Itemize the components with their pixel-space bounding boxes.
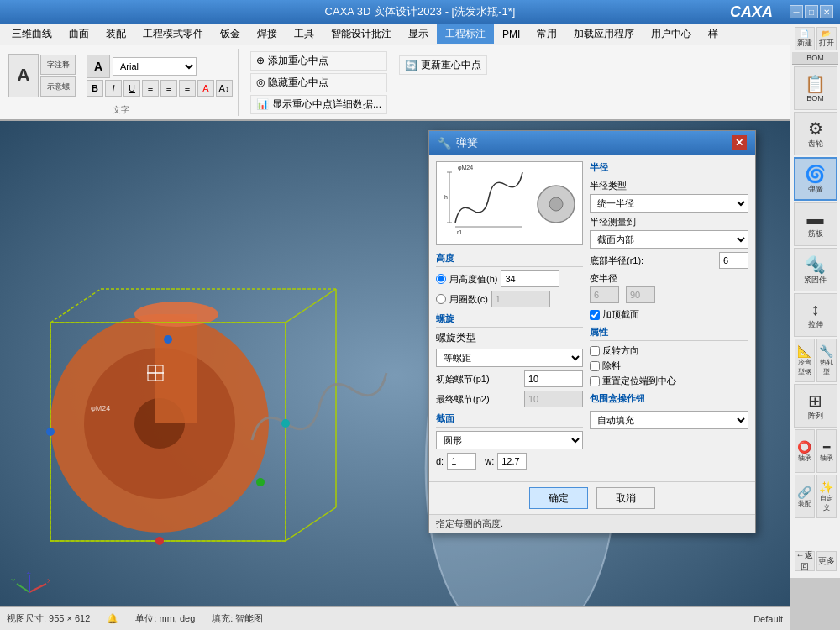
assembly-custom-row: 🔗 装配 ✨ 自定义 [795, 475, 837, 518]
hot-roll-button[interactable]: 🔧 热轧型 [816, 339, 837, 382]
assemble-icon: 🔗 [797, 486, 811, 499]
use-coils-radio[interactable] [436, 294, 446, 304]
new-button[interactable]: 📄新建 [795, 27, 815, 50]
use-height-radio[interactable] [436, 274, 446, 284]
use-height-row: 用高度值(h) [436, 270, 583, 287]
confirm-button[interactable]: 确定 [529, 487, 588, 509]
dialog-right-panel: 半径 半径类型 统一半径 变半径 半径测量到 截面内部 截面外部 截面中心 底 [590, 161, 748, 475]
open-button[interactable]: 📂打开 [816, 27, 837, 50]
rib-button[interactable]: ▬ 筋板 [794, 202, 837, 246]
dialog-close-button[interactable]: ✕ [732, 135, 747, 150]
hide-center-midpoint-button[interactable]: ◎ 隐藏重心中点 [250, 73, 387, 92]
custom-button[interactable]: ✨ 自定义 [816, 475, 837, 518]
back-button[interactable]: ←返回 [795, 551, 815, 571]
helix-title: 螺旋 [436, 312, 583, 328]
close-button[interactable]: ✕ [820, 5, 833, 18]
status-bar: 视图尺寸: 955 × 612 🔔 单位: mm, deg 填充: 智能图 De… [0, 606, 790, 630]
height-title: 高度 [436, 252, 583, 267]
font-size-button[interactable]: A↕ [216, 80, 233, 97]
align-center-button[interactable]: ≡ [160, 80, 177, 97]
reverse-direction-row: 反转方向 [590, 344, 748, 357]
fastener-button[interactable]: 🔩 紧固件 [794, 248, 837, 291]
font-color-button[interactable]: A [197, 80, 214, 97]
menu-sample[interactable]: 样 [700, 24, 727, 44]
center-point-section: ⊕ 添加重心中点 ◎ 隐藏重心中点 📊 显示重心中点详细数据... [242, 49, 387, 116]
sub-radius-input2[interactable] [626, 286, 655, 303]
view-size-label: 视图尺寸: 955 × 612 [7, 612, 90, 625]
show-center-detail-label: 显示重心中点详细数据... [272, 97, 381, 112]
reverse-direction-checkbox[interactable] [590, 346, 600, 356]
dialog-status-text: 指定每圈的高度. [436, 518, 503, 528]
new-icon: 📄 [800, 29, 809, 38]
shaft-button[interactable]: ━ 轴承 [816, 429, 837, 473]
array-button[interactable]: ⊞ 阵列 [794, 384, 837, 428]
dialog-title-content: 🔧 弹簧 [438, 135, 478, 150]
menu-weld[interactable]: 焊接 [249, 24, 286, 44]
bottom-radius-input[interactable] [719, 252, 748, 269]
font-select[interactable]: Arial [113, 57, 197, 76]
text-style-button[interactable]: A [87, 55, 110, 78]
cap-section-checkbox[interactable] [590, 310, 600, 320]
attributes-section: 属性 反转方向 除料 重置定位端到中心 [590, 326, 748, 387]
menu-3d-curve[interactable]: 三维曲线 [3, 24, 60, 44]
menu-pmi[interactable]: PMI [494, 26, 528, 43]
show-center-detail-button[interactable]: 📊 显示重心中点详细数据... [250, 95, 387, 114]
menu-surface[interactable]: 曲面 [60, 24, 97, 44]
maximize-button[interactable]: □ [805, 5, 818, 18]
height-section: 高度 用高度值(h) 用圈数(c) [436, 252, 583, 307]
menu-display[interactable]: 显示 [400, 24, 437, 44]
update-center-midpoint-button[interactable]: 🔄 更新重心中点 [399, 55, 487, 75]
menu-common[interactable]: 常用 [528, 24, 565, 44]
more-button[interactable]: 更多 [816, 551, 837, 571]
spring-preview: h r1 φM24 [436, 161, 583, 245]
w-value-input[interactable] [497, 453, 527, 470]
cold-bend-button[interactable]: 📐 冷弯型钢 [795, 339, 815, 382]
align-right-button[interactable]: ≡ [179, 80, 196, 97]
cross-section-select[interactable]: 圆形 矩形 椭圆 [436, 431, 583, 449]
show-thread-icon: 字注释 [47, 60, 70, 71]
d-value-input[interactable] [447, 453, 476, 470]
assemble-button[interactable]: 🔗 装配 [795, 475, 815, 518]
gear-button[interactable]: ⚙ 齿轮 [794, 112, 837, 155]
height-value-input[interactable] [501, 270, 559, 287]
spring-button[interactable]: 🌀 弹簧 [794, 157, 837, 201]
cancel-button[interactable]: 取消 [596, 487, 655, 509]
sub-radius-input1[interactable] [590, 286, 619, 303]
menu-tools[interactable]: 工具 [286, 24, 323, 44]
extrude-button[interactable]: ↕ 拉伸 [794, 293, 837, 337]
gear-icon: ⚙ [808, 118, 823, 139]
text-annotation-button[interactable]: A [8, 54, 39, 97]
add-center-midpoint-button[interactable]: ⊕ 添加重心中点 [250, 51, 387, 71]
bearing-button[interactable]: ⭕ 轴承 [795, 429, 815, 473]
helix-type-select[interactable]: 等螺距 变螺距 [436, 349, 583, 367]
end-coil-input[interactable] [524, 391, 583, 407]
start-coil-input[interactable] [524, 370, 583, 387]
menu-engineering-parts[interactable]: 工程模式零件 [134, 24, 212, 44]
svg-text:Y: Y [11, 577, 16, 585]
underline-button[interactable]: U [123, 80, 140, 97]
menu-user-center[interactable]: 用户中心 [643, 24, 700, 44]
menu-smart-annotation[interactable]: 智能设计批注 [323, 24, 400, 44]
menu-engineering-mark[interactable]: 工程标注 [437, 24, 494, 44]
remove-material-checkbox[interactable] [590, 361, 600, 371]
menu-sheet-metal[interactable]: 钣金 [212, 24, 249, 44]
measure-select[interactable]: 截面内部 截面外部 截面中心 [590, 230, 748, 249]
show-thread-button[interactable]: 字注释 [40, 55, 76, 75]
menu-load-app[interactable]: 加载应用程序 [565, 24, 643, 44]
align-left-button[interactable]: ≡ [142, 80, 159, 97]
svg-point-21 [164, 335, 172, 344]
bold-button[interactable]: B [87, 80, 103, 97]
auto-fill-select[interactable]: 自动填充 手动 [590, 411, 748, 429]
italic-button[interactable]: I [105, 80, 122, 97]
cold-hot-row: 📐 冷弯型钢 🔧 热轧型 [795, 339, 837, 382]
svg-line-24 [29, 584, 46, 592]
menu-assembly[interactable]: 装配 [97, 24, 134, 44]
coils-value-input[interactable] [491, 291, 550, 307]
reposition-center-checkbox[interactable] [590, 376, 600, 386]
minimize-button[interactable]: ─ [790, 5, 803, 18]
decorative-thread-button[interactable]: 示意螺 [40, 76, 76, 97]
bom-button[interactable]: 📋 BOM [794, 66, 837, 110]
remove-material-row: 除料 [590, 360, 748, 372]
update-section: 🔄 更新重心中点 [391, 49, 487, 116]
radius-type-select[interactable]: 统一半径 变半径 [590, 194, 748, 213]
